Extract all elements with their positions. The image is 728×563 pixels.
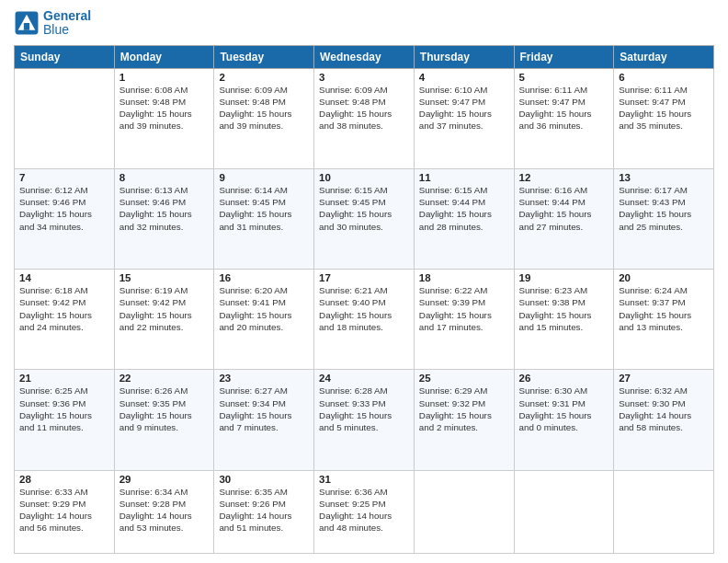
day-info: Sunrise: 6:13 AM Sunset: 9:46 PM Dayligh… (119, 184, 210, 233)
calendar-cell: 6Sunrise: 6:11 AM Sunset: 9:47 PM Daylig… (614, 68, 714, 168)
day-info: Sunrise: 6:17 AM Sunset: 9:43 PM Dayligh… (619, 184, 709, 233)
calendar-table: Sunday Monday Tuesday Wednesday Thursday… (14, 45, 714, 554)
day-number: 10 (319, 172, 409, 183)
day-info: Sunrise: 6:24 AM Sunset: 9:37 PM Dayligh… (619, 284, 709, 333)
calendar-cell: 13Sunrise: 6:17 AM Sunset: 9:43 PM Dayli… (614, 168, 714, 269)
day-info: Sunrise: 6:27 AM Sunset: 9:34 PM Dayligh… (219, 385, 309, 433)
calendar-cell: 11Sunrise: 6:15 AM Sunset: 9:44 PM Dayli… (414, 168, 514, 269)
calendar-cell: 10Sunrise: 6:15 AM Sunset: 9:45 PM Dayli… (314, 168, 415, 269)
day-info: Sunrise: 6:11 AM Sunset: 9:47 PM Dayligh… (619, 84, 709, 132)
calendar-cell: 9Sunrise: 6:14 AM Sunset: 9:45 PM Daylig… (214, 168, 314, 269)
day-info: Sunrise: 6:33 AM Sunset: 9:29 PM Dayligh… (19, 486, 109, 534)
day-number: 8 (119, 172, 210, 183)
day-info: Sunrise: 6:19 AM Sunset: 9:42 PM Dayligh… (119, 284, 210, 333)
logo-icon (14, 10, 40, 36)
day-info: Sunrise: 6:12 AM Sunset: 9:46 PM Dayligh… (19, 184, 109, 233)
day-number: 12 (519, 172, 609, 183)
calendar-cell (514, 470, 614, 553)
day-info: Sunrise: 6:32 AM Sunset: 9:30 PM Dayligh… (619, 385, 709, 433)
calendar-cell: 28Sunrise: 6:33 AM Sunset: 9:29 PM Dayli… (15, 470, 115, 553)
day-number: 5 (519, 72, 609, 83)
calendar-cell (414, 470, 514, 553)
day-number: 17 (319, 272, 409, 283)
svg-rect-2 (24, 23, 29, 30)
calendar-cell: 30Sunrise: 6:35 AM Sunset: 9:26 PM Dayli… (214, 470, 314, 553)
calendar-cell: 2Sunrise: 6:09 AM Sunset: 9:48 PM Daylig… (214, 68, 314, 168)
header: General Blue (14, 9, 714, 38)
day-info: Sunrise: 6:15 AM Sunset: 9:45 PM Dayligh… (319, 184, 409, 233)
calendar-cell: 4Sunrise: 6:10 AM Sunset: 9:47 PM Daylig… (414, 68, 514, 168)
calendar-cell: 22Sunrise: 6:26 AM Sunset: 9:35 PM Dayli… (114, 370, 214, 470)
day-info: Sunrise: 6:10 AM Sunset: 9:47 PM Dayligh… (419, 84, 509, 132)
calendar-cell: 7Sunrise: 6:12 AM Sunset: 9:46 PM Daylig… (15, 168, 115, 269)
calendar-cell: 3Sunrise: 6:09 AM Sunset: 9:48 PM Daylig… (314, 68, 415, 168)
day-number: 14 (19, 272, 109, 283)
day-info: Sunrise: 6:21 AM Sunset: 9:40 PM Dayligh… (319, 284, 409, 333)
day-number: 27 (619, 373, 709, 384)
calendar-cell: 14Sunrise: 6:18 AM Sunset: 9:42 PM Dayli… (15, 270, 115, 370)
day-info: Sunrise: 6:36 AM Sunset: 9:25 PM Dayligh… (319, 486, 409, 534)
calendar-cell: 27Sunrise: 6:32 AM Sunset: 9:30 PM Dayli… (614, 370, 714, 470)
day-number: 19 (519, 272, 609, 283)
day-number: 2 (219, 72, 309, 83)
day-info: Sunrise: 6:26 AM Sunset: 9:35 PM Dayligh… (119, 385, 210, 433)
col-sunday: Sunday (15, 45, 115, 68)
calendar-cell: 17Sunrise: 6:21 AM Sunset: 9:40 PM Dayli… (314, 270, 415, 370)
day-info: Sunrise: 6:09 AM Sunset: 9:48 PM Dayligh… (319, 84, 409, 132)
day-info: Sunrise: 6:34 AM Sunset: 9:28 PM Dayligh… (119, 486, 210, 534)
logo: General Blue (14, 9, 91, 38)
col-thursday: Thursday (414, 45, 514, 68)
day-number: 25 (419, 373, 509, 384)
calendar-cell (15, 68, 115, 168)
calendar-cell: 25Sunrise: 6:29 AM Sunset: 9:32 PM Dayli… (414, 370, 514, 470)
calendar-cell: 18Sunrise: 6:22 AM Sunset: 9:39 PM Dayli… (414, 270, 514, 370)
day-number: 28 (19, 474, 109, 485)
calendar-cell: 1Sunrise: 6:08 AM Sunset: 9:48 PM Daylig… (114, 68, 214, 168)
day-info: Sunrise: 6:30 AM Sunset: 9:31 PM Dayligh… (519, 385, 609, 433)
day-info: Sunrise: 6:11 AM Sunset: 9:47 PM Dayligh… (519, 84, 609, 132)
day-info: Sunrise: 6:35 AM Sunset: 9:26 PM Dayligh… (219, 486, 309, 534)
day-info: Sunrise: 6:28 AM Sunset: 9:33 PM Dayligh… (319, 385, 409, 433)
day-number: 9 (219, 172, 309, 183)
col-saturday: Saturday (614, 45, 714, 68)
day-info: Sunrise: 6:09 AM Sunset: 9:48 PM Dayligh… (219, 84, 309, 132)
day-info: Sunrise: 6:23 AM Sunset: 9:38 PM Dayligh… (519, 284, 609, 333)
calendar-cell: 21Sunrise: 6:25 AM Sunset: 9:36 PM Dayli… (15, 370, 115, 470)
day-info: Sunrise: 6:14 AM Sunset: 9:45 PM Dayligh… (219, 184, 309, 233)
day-number: 3 (319, 72, 409, 83)
calendar-cell: 12Sunrise: 6:16 AM Sunset: 9:44 PM Dayli… (514, 168, 614, 269)
calendar-cell (614, 470, 714, 553)
calendar-cell: 26Sunrise: 6:30 AM Sunset: 9:31 PM Dayli… (514, 370, 614, 470)
col-friday: Friday (514, 45, 614, 68)
day-number: 1 (119, 72, 210, 83)
logo-text: General Blue (43, 9, 91, 38)
day-info: Sunrise: 6:15 AM Sunset: 9:44 PM Dayligh… (419, 184, 509, 233)
calendar-cell: 29Sunrise: 6:34 AM Sunset: 9:28 PM Dayli… (114, 470, 214, 553)
calendar-cell: 31Sunrise: 6:36 AM Sunset: 9:25 PM Dayli… (314, 470, 415, 553)
day-number: 24 (319, 373, 409, 384)
day-info: Sunrise: 6:08 AM Sunset: 9:48 PM Dayligh… (119, 84, 210, 132)
day-info: Sunrise: 6:25 AM Sunset: 9:36 PM Dayligh… (19, 385, 109, 433)
day-number: 16 (219, 272, 309, 283)
day-number: 31 (319, 474, 409, 485)
calendar-cell: 23Sunrise: 6:27 AM Sunset: 9:34 PM Dayli… (214, 370, 314, 470)
col-wednesday: Wednesday (314, 45, 415, 68)
day-info: Sunrise: 6:29 AM Sunset: 9:32 PM Dayligh… (419, 385, 509, 433)
day-info: Sunrise: 6:20 AM Sunset: 9:41 PM Dayligh… (219, 284, 309, 333)
calendar-cell: 16Sunrise: 6:20 AM Sunset: 9:41 PM Dayli… (214, 270, 314, 370)
col-tuesday: Tuesday (214, 45, 314, 68)
day-info: Sunrise: 6:18 AM Sunset: 9:42 PM Dayligh… (19, 284, 109, 333)
calendar-header-row: Sunday Monday Tuesday Wednesday Thursday… (15, 45, 714, 68)
day-number: 18 (419, 272, 509, 283)
day-number: 30 (219, 474, 309, 485)
page: General Blue Sunday Monday Tuesday Wedne… (0, 0, 728, 563)
calendar-cell: 5Sunrise: 6:11 AM Sunset: 9:47 PM Daylig… (514, 68, 614, 168)
day-number: 26 (519, 373, 609, 384)
day-number: 20 (619, 272, 709, 283)
calendar-cell: 8Sunrise: 6:13 AM Sunset: 9:46 PM Daylig… (114, 168, 214, 269)
day-info: Sunrise: 6:16 AM Sunset: 9:44 PM Dayligh… (519, 184, 609, 233)
calendar-cell: 20Sunrise: 6:24 AM Sunset: 9:37 PM Dayli… (614, 270, 714, 370)
day-number: 4 (419, 72, 509, 83)
calendar-cell: 19Sunrise: 6:23 AM Sunset: 9:38 PM Dayli… (514, 270, 614, 370)
day-number: 22 (119, 373, 210, 384)
